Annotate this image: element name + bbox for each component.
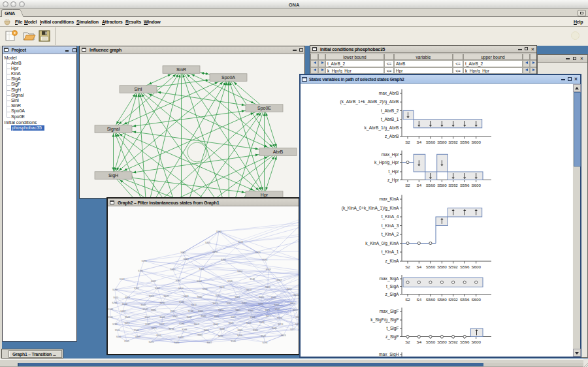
svg-text:S608: S608 bbox=[197, 280, 202, 283]
svg-text:S298: S298 bbox=[263, 342, 268, 344]
svg-text:S4: S4 bbox=[417, 297, 422, 302]
svg-text:AbrB: AbrB bbox=[273, 150, 284, 154]
svg-text:S596: S596 bbox=[460, 183, 470, 187]
svg-text:S198: S198 bbox=[141, 260, 146, 263]
svg-text:S560: S560 bbox=[426, 340, 436, 344]
svg-text:S109: S109 bbox=[274, 304, 279, 306]
svg-text:S393: S393 bbox=[174, 342, 179, 344]
svg-text:S547: S547 bbox=[261, 335, 266, 338]
svg-text:S515: S515 bbox=[259, 296, 264, 298]
svg-text:S600: S600 bbox=[471, 340, 481, 344]
svg-text:S600: S600 bbox=[471, 140, 481, 144]
svg-text:S622: S622 bbox=[214, 315, 219, 318]
svg-text:S596: S596 bbox=[460, 297, 470, 302]
svg-text:S200: S200 bbox=[176, 279, 181, 282]
svg-text:S681: S681 bbox=[151, 309, 156, 311]
svg-text:S4: S4 bbox=[417, 340, 422, 344]
svg-text:S511: S511 bbox=[115, 329, 120, 332]
svg-text:S562: S562 bbox=[197, 296, 203, 298]
svg-text:S511: S511 bbox=[156, 334, 161, 337]
svg-text:S4: S4 bbox=[417, 183, 422, 187]
svg-text:Spo0A: Spo0A bbox=[221, 75, 235, 80]
svg-text:k_KinA_0/g_KinA: k_KinA_0/g_KinA bbox=[365, 241, 399, 246]
svg-text:S409: S409 bbox=[205, 242, 210, 244]
svg-text:S548: S548 bbox=[213, 323, 218, 326]
svg-text:S263: S263 bbox=[184, 258, 189, 261]
svg-text:S580: S580 bbox=[437, 297, 447, 302]
svg-text:S464: S464 bbox=[237, 270, 242, 273]
svg-text:S473: S473 bbox=[213, 302, 218, 305]
svg-text:S412: S412 bbox=[120, 310, 125, 313]
svg-text:S600: S600 bbox=[471, 183, 481, 187]
svg-text:S640: S640 bbox=[201, 315, 206, 317]
svg-text:max_Hpr: max_Hpr bbox=[382, 152, 400, 157]
svg-text:S521: S521 bbox=[116, 336, 122, 338]
svg-text:S314: S314 bbox=[199, 268, 204, 270]
svg-text:S536: S536 bbox=[271, 296, 276, 299]
svg-text:max_SigH: max_SigH bbox=[379, 352, 399, 357]
svg-text:S655: S655 bbox=[204, 329, 209, 332]
svg-text:S398: S398 bbox=[212, 251, 218, 253]
svg-text:SigH: SigH bbox=[108, 173, 118, 178]
svg-text:S625: S625 bbox=[113, 296, 118, 299]
svg-text:S592: S592 bbox=[448, 264, 458, 269]
svg-text:S683: S683 bbox=[184, 295, 189, 298]
svg-text:S454: S454 bbox=[221, 259, 226, 261]
svg-text:S427: S427 bbox=[159, 323, 165, 326]
svg-text:S448: S448 bbox=[259, 321, 265, 324]
svg-text:S281: S281 bbox=[112, 323, 118, 326]
svg-text:SinR: SinR bbox=[176, 67, 186, 72]
svg-text:max_SigF: max_SigF bbox=[380, 309, 399, 314]
svg-text:S677: S677 bbox=[231, 316, 236, 319]
svg-text:S279: S279 bbox=[258, 303, 263, 306]
svg-text:S391: S391 bbox=[265, 309, 270, 311]
svg-text:S370: S370 bbox=[203, 288, 208, 291]
svg-text:S370: S370 bbox=[152, 327, 157, 330]
svg-text:S169: S169 bbox=[198, 310, 203, 313]
svg-text:S361: S361 bbox=[197, 334, 203, 336]
svg-text:S432: S432 bbox=[151, 280, 156, 283]
svg-text:S190: S190 bbox=[138, 270, 143, 272]
svg-text:S234: S234 bbox=[112, 302, 117, 304]
svg-text:S580: S580 bbox=[437, 140, 447, 144]
svg-text:S2: S2 bbox=[405, 264, 410, 269]
svg-text:S487: S487 bbox=[206, 342, 212, 344]
svg-text:S265: S265 bbox=[172, 315, 178, 318]
svg-text:S596: S596 bbox=[460, 140, 470, 144]
svg-text:t_AbrB_2: t_AbrB_2 bbox=[381, 108, 399, 114]
svg-text:z_SigF: z_SigF bbox=[385, 334, 399, 340]
svg-text:S413: S413 bbox=[191, 304, 197, 306]
svg-text:S596: S596 bbox=[460, 264, 470, 269]
svg-text:SinI: SinI bbox=[134, 87, 142, 91]
svg-text:S596: S596 bbox=[460, 340, 470, 344]
svg-text:S218: S218 bbox=[278, 323, 284, 326]
svg-text:S474: S474 bbox=[124, 322, 129, 325]
svg-text:S423: S423 bbox=[178, 336, 184, 339]
svg-text:S568: S568 bbox=[220, 328, 225, 330]
svg-text:S628: S628 bbox=[281, 334, 286, 337]
svg-text:(k_KinA_0+k_KinA_1)/g_KinA: (k_KinA_0+k_KinA_1)/g_KinA bbox=[342, 206, 399, 211]
svg-text:S174: S174 bbox=[238, 241, 244, 244]
svg-text:S592: S592 bbox=[448, 183, 458, 187]
svg-text:S565: S565 bbox=[124, 340, 129, 343]
svg-text:t_KinA_2: t_KinA_2 bbox=[382, 232, 399, 237]
svg-text:S277: S277 bbox=[290, 328, 295, 331]
svg-text:S392: S392 bbox=[155, 287, 160, 290]
svg-text:S142: S142 bbox=[142, 308, 148, 311]
svg-text:t_SigA: t_SigA bbox=[386, 284, 399, 289]
svg-text:S135: S135 bbox=[108, 316, 113, 319]
svg-text:S572: S572 bbox=[120, 278, 125, 281]
svg-text:S403: S403 bbox=[160, 316, 165, 319]
svg-text:max_KinA: max_KinA bbox=[379, 197, 399, 202]
svg-text:S543: S543 bbox=[125, 316, 130, 319]
svg-text:S600: S600 bbox=[471, 264, 481, 269]
svg-text:(k_AbrB_1+k_AbrB_2)/g_AbrB: (k_AbrB_1+k_AbrB_2)/g_AbrB bbox=[340, 99, 400, 104]
svg-text:S585: S585 bbox=[145, 323, 150, 326]
svg-text:z_KinA: z_KinA bbox=[385, 259, 399, 264]
svg-text:S136: S136 bbox=[231, 340, 236, 343]
svg-text:S401: S401 bbox=[235, 309, 240, 311]
svg-text:S195: S195 bbox=[149, 295, 154, 298]
svg-text:z_AbrB: z_AbrB bbox=[385, 134, 399, 139]
svg-text:S183: S183 bbox=[218, 309, 223, 311]
svg-text:S2: S2 bbox=[405, 140, 410, 144]
